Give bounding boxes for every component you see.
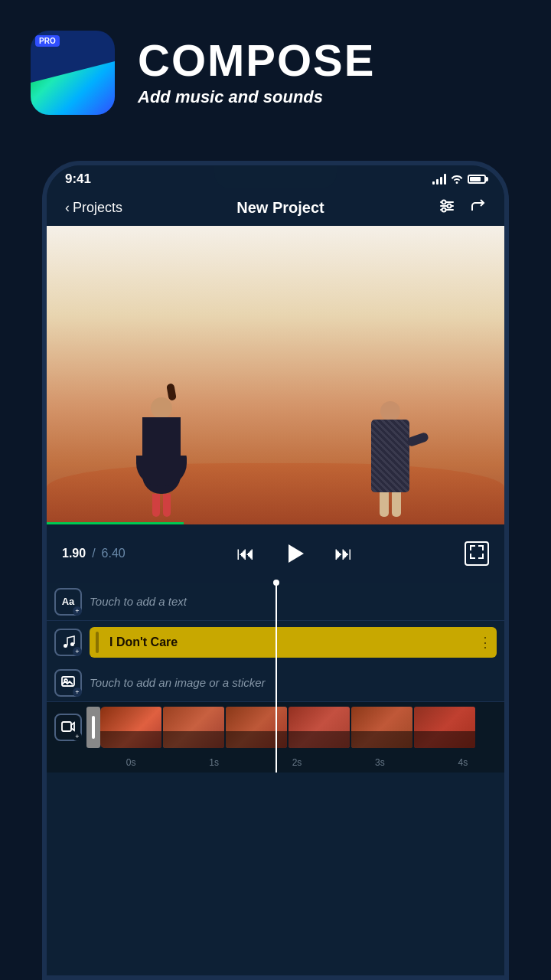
timeline-ruler: 0s 1s 2s 3s 4s: [47, 753, 504, 773]
nav-bar: ‹ Projects New Project: [47, 190, 504, 226]
music-track-label: I Don't Care: [109, 635, 178, 649]
image-track-icon: [61, 675, 75, 691]
thumb-frame-3: [226, 707, 287, 748]
music-track-bar[interactable]: I Don't Care ⋮: [90, 627, 497, 658]
text-track-icon: Aa: [62, 596, 75, 607]
nav-actions: [439, 198, 486, 218]
signal-icon: [432, 174, 446, 185]
status-icons: [432, 173, 486, 186]
music-track-indicator: [96, 632, 99, 653]
svg-point-5: [442, 208, 445, 212]
thumb-frame-4: [289, 707, 350, 748]
ruler-mark-3: 3s: [338, 757, 421, 768]
settings-icon[interactable]: [439, 198, 455, 218]
music-track-handle: ⋮: [478, 634, 492, 651]
wifi-icon: [451, 173, 463, 186]
fullscreen-button[interactable]: [465, 541, 489, 566]
add-music-button[interactable]: +: [54, 629, 82, 656]
controls-area: 1.90 / 6.40 ⏮ ⏭: [47, 524, 504, 583]
add-video-plus-icon: +: [73, 732, 82, 741]
back-button[interactable]: ‹ Projects: [65, 200, 122, 216]
svg-point-4: [447, 204, 451, 208]
skip-back-button[interactable]: ⏮: [236, 543, 255, 564]
nav-title: New Project: [236, 199, 324, 217]
kids-scene: [47, 226, 504, 524]
add-music-plus-icon: +: [73, 647, 82, 656]
add-text-button[interactable]: Aa +: [54, 588, 82, 616]
text-track-row: Aa + Touch to add a text: [47, 583, 504, 621]
header-text: COMPOSE Add music and sounds: [138, 38, 376, 107]
thumb-frame-2: [163, 707, 224, 748]
back-chevron-icon: ‹: [65, 200, 70, 216]
skip-forward-button[interactable]: ⏭: [334, 543, 353, 564]
ruler-mark-4: 4s: [422, 757, 504, 768]
battery-icon: [468, 175, 486, 184]
thumbnail-strip-row: +: [47, 702, 504, 753]
compose-title: COMPOSE: [138, 38, 376, 83]
compose-subtitle: Add music and sounds: [138, 87, 376, 107]
add-video-button[interactable]: +: [54, 714, 82, 741]
app-icon-gradient: [31, 61, 115, 115]
boy-figure: [371, 401, 409, 517]
svg-marker-6: [289, 544, 304, 563]
text-track-placeholder[interactable]: Touch to add a text: [90, 595, 497, 608]
phone-mockup: 9:41 ‹ Projects New Project: [42, 161, 509, 980]
add-image-button[interactable]: +: [54, 669, 82, 697]
status-time: 9:41: [65, 172, 91, 187]
pro-badge: PRO: [35, 35, 60, 47]
thumb-frame-6: [414, 707, 475, 748]
time-current: 1.90: [62, 547, 86, 560]
svg-point-3: [442, 201, 445, 204]
add-text-plus-icon: +: [73, 606, 82, 616]
notch: [214, 165, 337, 188]
video-progress-line: [47, 522, 184, 524]
thumb-frame-1: [100, 707, 161, 748]
ruler-mark-1: 1s: [172, 757, 255, 768]
time-separator: /: [92, 547, 95, 560]
add-image-plus-icon: +: [73, 688, 82, 697]
timeline-start-marker: [86, 707, 100, 748]
top-header: PRO COMPOSE Add music and sounds: [0, 0, 551, 130]
playback-controls: 1.90 / 6.40 ⏮ ⏭: [62, 534, 489, 573]
music-track-row: + I Don't Care ⋮: [47, 621, 504, 664]
share-icon[interactable]: [469, 198, 486, 218]
ruler-mark-2: 2s: [256, 757, 338, 768]
play-pause-button[interactable]: [278, 537, 311, 570]
thumb-frame-5: [351, 707, 412, 748]
thumbnail-strip: [100, 707, 497, 748]
time-total: 6.40: [102, 547, 126, 560]
image-track-placeholder[interactable]: Touch to add an image or a sticker: [90, 676, 497, 689]
playback-center: ⏮ ⏭: [236, 537, 353, 570]
time-display: 1.90 / 6.40: [62, 547, 126, 560]
image-track-row: + Touch to add an image or a sticker: [47, 664, 504, 702]
app-icon: PRO: [31, 31, 115, 115]
ruler-mark-0: 0s: [90, 757, 172, 768]
girl-figure: [142, 397, 181, 517]
back-label: Projects: [73, 200, 122, 216]
tracks-container: Aa + Touch to add a text + I Don't Car: [47, 583, 504, 773]
video-preview: [47, 226, 504, 524]
svg-rect-11: [62, 722, 71, 731]
